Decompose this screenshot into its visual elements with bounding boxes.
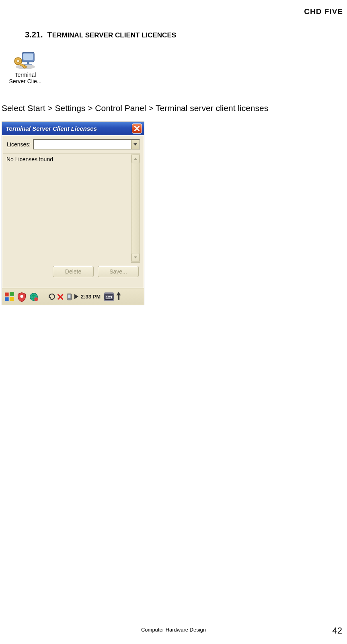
svg-rect-10 xyxy=(10,292,14,296)
svg-point-13 xyxy=(20,295,23,298)
svg-rect-3 xyxy=(27,62,29,64)
svg-rect-11 xyxy=(5,297,8,301)
licenses-row: Licenses: xyxy=(2,136,144,153)
scroll-down-button[interactable] xyxy=(131,253,140,262)
desktop-icon-label: Terminal Server Clie... xyxy=(3,72,47,84)
save-button[interactable]: Save... xyxy=(98,266,139,277)
licenses-label: Licenses: xyxy=(7,141,31,148)
close-button[interactable] xyxy=(132,123,142,134)
licenses-combobox-value xyxy=(34,140,131,149)
tray-group: 2:33 PM xyxy=(48,292,102,302)
scroll-up-button[interactable] xyxy=(131,154,140,163)
dialog-button-row: Delete Save... xyxy=(2,263,144,277)
desktop-icon-terminal-server: Terminal Server Clie... xyxy=(3,49,47,84)
shield-icon xyxy=(16,292,27,302)
taskbar-clock: 2:33 PM xyxy=(81,294,101,300)
delete-button[interactable]: Delete xyxy=(53,266,94,277)
svg-rect-2 xyxy=(23,53,33,60)
dropdown-button[interactable] xyxy=(131,140,139,149)
start-button[interactable] xyxy=(4,292,15,302)
close-icon xyxy=(134,126,140,131)
section-number: 3.21. xyxy=(25,30,43,39)
terminal-server-icon xyxy=(13,49,37,70)
refresh-icon xyxy=(48,293,56,301)
svg-rect-4 xyxy=(24,64,32,65)
svg-text:123: 123 xyxy=(106,295,112,299)
licenses-combobox[interactable] xyxy=(33,139,140,150)
brand-text: CHD FiVE xyxy=(304,7,343,16)
tray-close-icon[interactable] xyxy=(57,292,64,302)
licenses-list-empty: No Licenses found xyxy=(6,156,53,163)
instruction-text: Select Start > Settings > Control Panel … xyxy=(2,103,268,113)
section-title-rest: ERMINAL SERVER CLIENT LICENCES xyxy=(52,31,176,39)
svg-point-15 xyxy=(34,297,38,301)
section-title-first: T xyxy=(47,30,52,39)
tray-up-arrow[interactable] xyxy=(116,291,121,302)
svg-rect-17 xyxy=(68,294,71,298)
triangle-right-icon xyxy=(74,294,78,299)
vertical-scrollbar[interactable] xyxy=(131,154,140,263)
device-icon xyxy=(65,292,74,301)
dialog-body: Licenses: No Licenses found xyxy=(2,135,144,288)
section-heading: 3.21. TERMINAL SERVER CLIENT LICENCES xyxy=(25,30,176,39)
page-number: 42 xyxy=(333,625,342,636)
svg-rect-9 xyxy=(5,292,8,296)
dialog-window: Terminal Server Client Licenses Licenses… xyxy=(2,121,144,305)
taskbar: 2:33 PM 123 xyxy=(2,288,144,305)
arrow-up-icon xyxy=(116,291,121,301)
dialog-title: Terminal Server Client Licenses xyxy=(6,125,132,132)
licenses-list-panel: No Licenses found xyxy=(3,153,140,263)
svg-rect-12 xyxy=(10,297,14,301)
footer-text: Computer Hardware Design xyxy=(0,627,347,633)
chevron-up-icon xyxy=(134,158,137,160)
tray-keyboard-icon[interactable]: 123 xyxy=(104,292,114,302)
tray-expand-arrow[interactable] xyxy=(74,294,78,299)
tray-icon-2[interactable] xyxy=(29,292,39,302)
chevron-down-icon xyxy=(133,143,137,146)
windows-logo-icon xyxy=(4,292,15,302)
dialog-titlebar: Terminal Server Client Licenses xyxy=(2,122,144,135)
chevron-down-icon xyxy=(134,256,137,259)
globe-icon xyxy=(29,292,39,302)
x-red-icon xyxy=(57,293,64,300)
keyboard-icon: 123 xyxy=(104,294,114,300)
svg-point-6 xyxy=(17,60,20,63)
tray-icon-1[interactable] xyxy=(16,292,27,302)
licenses-list[interactable]: No Licenses found xyxy=(3,154,131,263)
tray-device-icon[interactable] xyxy=(65,292,74,302)
sync-icon[interactable] xyxy=(48,292,56,302)
